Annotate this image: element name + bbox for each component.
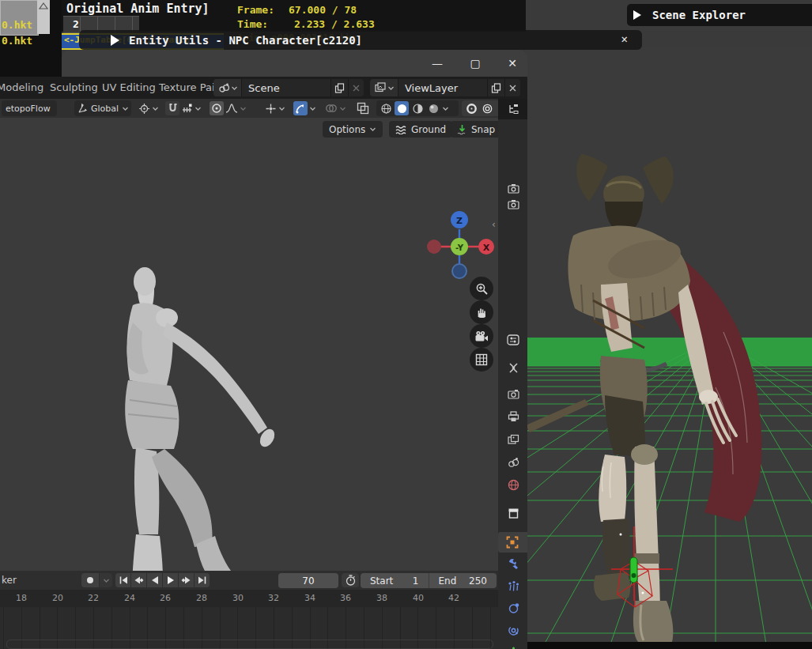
close-button[interactable]: ✕: [502, 55, 523, 71]
particle-properties-tab[interactable]: [506, 579, 520, 593]
workspace-tab-modeling[interactable]: Modeling: [0, 81, 43, 93]
view-layer-name[interactable]: ViewLayer: [398, 79, 487, 96]
physics-properties-tab[interactable]: [506, 601, 520, 615]
xray-toggle[interactable]: [354, 100, 372, 116]
zoom-button[interactable]: [470, 277, 493, 300]
ground-button[interactable]: Ground: [389, 121, 452, 138]
motion-path-toggle[interactable]: [291, 100, 319, 116]
wireframe-shading-icon[interactable]: [379, 101, 393, 115]
auto-keying-options[interactable]: [100, 573, 112, 587]
unlink-scene-button[interactable]: [348, 79, 364, 96]
workspace-tab-texture-paint[interactable]: Texture Pair: [159, 81, 219, 93]
chevron-down-icon: [387, 85, 395, 92]
ruler-tick: 18: [16, 593, 27, 603]
proportional-edit-controls[interactable]: [207, 100, 249, 116]
constraint-properties-tab[interactable]: [506, 623, 520, 637]
timeline-menu-truncated[interactable]: ker: [2, 575, 17, 586]
restriction-camera-icon[interactable]: [506, 181, 520, 195]
object-data-properties-tab[interactable]: [506, 645, 520, 649]
blender-topbar: Modeling Sculpting UV Editing Texture Pa…: [0, 77, 527, 99]
show-gizmo-dropdown[interactable]: [262, 100, 288, 116]
chevron-down-icon: [240, 105, 247, 112]
collection-properties-tab[interactable]: [506, 506, 520, 520]
gizmo-minus-x-axis[interactable]: [427, 240, 441, 254]
gizmo-minus-z-axis[interactable]: [452, 264, 466, 278]
jump-to-start-button[interactable]: [115, 573, 130, 587]
jump-to-end-button[interactable]: [195, 573, 210, 587]
scroll-up-icon[interactable]: [37, 0, 50, 13]
current-frame-field[interactable]: 70: [278, 573, 338, 588]
view-layer-properties-tab[interactable]: [506, 432, 520, 447]
minimize-button[interactable]: —: [427, 55, 448, 71]
scene-explorer-header[interactable]: Scene Explorer: [627, 4, 812, 26]
camera-view-button[interactable]: [470, 324, 493, 348]
new-scene-button[interactable]: [330, 79, 348, 96]
tool-properties-tab[interactable]: [506, 360, 520, 375]
world-properties-tab[interactable]: [506, 477, 520, 492]
entity-utils-window-header[interactable]: Entity Utils - NPC Character[c2120] ✕: [79, 30, 642, 50]
grid-icon: [475, 353, 488, 366]
modifier-properties-tab[interactable]: [506, 557, 520, 571]
viewport-model[interactable]: [63, 250, 300, 571]
workspace-tab-uv-editing[interactable]: UV Editing: [102, 81, 156, 93]
maximize-button[interactable]: ▢: [465, 55, 485, 71]
next-keyframe-button[interactable]: [179, 573, 194, 587]
collapse-play-icon[interactable]: [111, 35, 119, 46]
play-button[interactable]: [163, 573, 178, 587]
snap-controls[interactable]: [163, 100, 204, 116]
overlays-icon: [325, 103, 338, 114]
snap-down-arrow-icon: [457, 124, 467, 135]
viewport-3d[interactable]: Options Ground Snap Z X -Y ‹: [0, 118, 498, 571]
svg-text:X: X: [483, 243, 490, 253]
scene-selector[interactable]: Scene: [213, 79, 364, 96]
solid-shading-icon[interactable]: [395, 101, 409, 115]
use-preview-range-button[interactable]: [342, 573, 359, 587]
expand-play-icon[interactable]: [633, 10, 641, 20]
outliner-icon[interactable]: [506, 102, 520, 116]
active-tool-label: etopoFlow: [4, 104, 52, 114]
options-dropdown[interactable]: Options: [323, 121, 383, 138]
snap-magnet-icon[interactable]: [165, 101, 179, 115]
render-properties-tab[interactable]: [506, 387, 520, 401]
auto-keying-button[interactable]: [81, 573, 99, 587]
blender-titlebar[interactable]: — ▢ ✕: [62, 50, 527, 77]
active-tool-dropdown[interactable]: etopoFlow: [2, 100, 57, 116]
snap-button[interactable]: Snap: [451, 121, 498, 138]
show-overlays-toggle[interactable]: [323, 100, 349, 116]
material-preview-icon[interactable]: [410, 101, 425, 115]
start-frame-field[interactable]: Start 1: [361, 573, 429, 588]
output-properties-tab[interactable]: [506, 409, 520, 424]
file-list-item[interactable]: 0.hkt: [2, 35, 60, 47]
object-properties-tab-active[interactable]: [498, 532, 527, 553]
end-frame-field[interactable]: End 250: [429, 573, 497, 588]
scene-name[interactable]: Scene: [242, 79, 330, 96]
axes-icon: [77, 103, 88, 114]
pan-button[interactable]: [470, 300, 493, 324]
transform-orientation-dropdown[interactable]: Global: [74, 100, 131, 116]
orthographic-toggle-button[interactable]: [470, 348, 493, 372]
entity-close-icon[interactable]: ✕: [621, 32, 628, 45]
summary-channel-strip[interactable]: [6, 640, 493, 649]
ring-outline-icon[interactable]: [480, 101, 494, 115]
play-reverse-button[interactable]: [147, 573, 162, 587]
ring-filled-icon[interactable]: [464, 101, 478, 115]
pivot-point-dropdown[interactable]: [136, 100, 161, 116]
scene-properties-tab[interactable]: [506, 455, 520, 470]
restriction-camera-icon[interactable]: [506, 197, 520, 211]
start-value: 1: [413, 575, 419, 587]
rendered-shading-icon[interactable]: [426, 101, 440, 115]
new-view-layer-button[interactable]: [487, 79, 504, 96]
view-layer-selector[interactable]: ViewLayer: [370, 79, 520, 96]
proportional-edit-icon[interactable]: [210, 101, 224, 115]
workspace-tab-sculpting[interactable]: Sculpting: [50, 81, 98, 93]
previous-keyframe-button[interactable]: [131, 573, 146, 587]
properties-editor-icon[interactable]: [506, 333, 520, 347]
motion-path-icon[interactable]: [293, 101, 308, 115]
auto-key-group: [81, 573, 112, 587]
collapse-panel-arrow[interactable]: ‹: [492, 219, 496, 230]
remove-view-layer-button[interactable]: [504, 79, 520, 96]
file-list-item[interactable]: 0.hkt: [2, 19, 60, 31]
timeline-ruler[interactable]: 18 20 22 24 26 28 30 32 34 36 38 40 42: [0, 590, 498, 607]
chevron-down-icon: [122, 105, 129, 112]
navigation-gizmo[interactable]: Z X -Y: [423, 201, 498, 284]
